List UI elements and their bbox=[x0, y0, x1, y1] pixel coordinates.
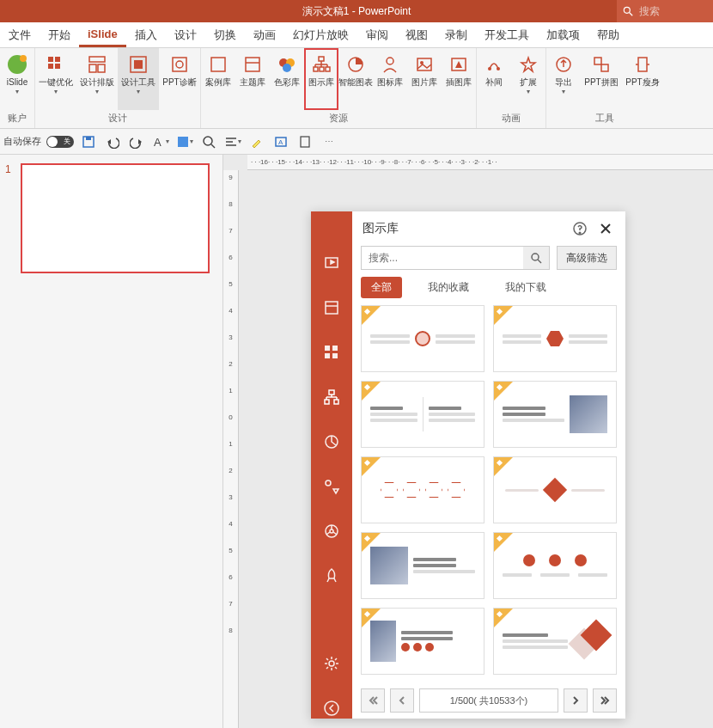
star-icon bbox=[517, 53, 539, 76]
template-card[interactable] bbox=[493, 608, 617, 675]
tween-button[interactable]: 补间 bbox=[477, 48, 511, 110]
align-button[interactable]: ▾ bbox=[223, 132, 242, 151]
tab-islide[interactable]: iSlide bbox=[79, 22, 126, 47]
template-card[interactable] bbox=[361, 608, 484, 675]
side-colors-icon[interactable] bbox=[321, 342, 342, 363]
tab-help[interactable]: 帮助 bbox=[588, 22, 628, 47]
svg-rect-7 bbox=[55, 64, 60, 69]
autosave-label: 自动保存 bbox=[3, 135, 41, 148]
svg-text:A: A bbox=[154, 136, 161, 149]
side-shapes-icon[interactable] bbox=[321, 476, 342, 497]
document-icon bbox=[298, 135, 312, 149]
tab-transition[interactable]: 切换 bbox=[205, 22, 245, 47]
chevron-down-icon: ▾ bbox=[95, 88, 99, 95]
tab-home[interactable]: 开始 bbox=[40, 22, 79, 47]
lib-tab-downloads[interactable]: 我的下载 bbox=[495, 277, 557, 298]
undo-button[interactable] bbox=[103, 132, 122, 151]
tab-file[interactable]: 文件 bbox=[0, 22, 40, 47]
design-tools-button[interactable]: 设计工具 ▾ bbox=[118, 48, 159, 110]
smart-chart-button[interactable]: 智能图表 bbox=[338, 48, 373, 110]
svg-rect-15 bbox=[211, 58, 225, 71]
new-doc-button[interactable] bbox=[296, 132, 314, 151]
svg-rect-22 bbox=[314, 67, 318, 71]
template-card[interactable] bbox=[493, 456, 617, 523]
save-button[interactable] bbox=[79, 132, 98, 151]
tab-record[interactable]: 录制 bbox=[436, 22, 476, 47]
case-lib-button[interactable]: 案例库 bbox=[201, 48, 235, 110]
side-case-icon[interactable] bbox=[321, 253, 342, 273]
side-rocket-icon[interactable] bbox=[321, 566, 342, 586]
svg-point-3 bbox=[20, 55, 27, 62]
tab-slideshow[interactable]: 幻灯片放映 bbox=[284, 22, 357, 47]
prev-page-button[interactable] bbox=[390, 688, 414, 713]
vector-lib-button[interactable]: 插图库 bbox=[442, 48, 476, 110]
ribbon: iSlide ▾ 账户 一键优化 ▾ 设计排版 ▾ 设计工具 ▾ bbox=[0, 48, 713, 129]
theme-lib-button[interactable]: 主题库 bbox=[235, 48, 270, 110]
library-search-input[interactable] bbox=[362, 252, 523, 264]
page-info: 1 / 500 ( 共 10533 个) bbox=[419, 688, 558, 713]
library-search-button[interactable] bbox=[523, 247, 549, 269]
color-lib-button[interactable]: 色彩库 bbox=[270, 48, 304, 110]
tab-addins[interactable]: 加载项 bbox=[538, 22, 588, 47]
template-card[interactable] bbox=[361, 305, 484, 372]
icon-lib-button[interactable]: 图标库 bbox=[373, 48, 407, 110]
ppt-merge-button[interactable]: PPT拼图 bbox=[581, 48, 622, 110]
template-card[interactable] bbox=[493, 305, 617, 372]
last-page-button[interactable] bbox=[593, 688, 617, 713]
side-chart-icon[interactable] bbox=[321, 431, 342, 452]
global-search-input[interactable] bbox=[639, 5, 699, 17]
library-search[interactable] bbox=[361, 246, 550, 270]
side-theme-icon[interactable] bbox=[321, 297, 342, 318]
template-card[interactable] bbox=[361, 381, 484, 448]
more-button[interactable]: ⋯ bbox=[320, 132, 338, 151]
islide-button[interactable]: iSlide ▾ bbox=[0, 48, 34, 110]
export-button[interactable]: 导出▾ bbox=[546, 48, 581, 110]
svg-rect-61 bbox=[326, 302, 338, 314]
ppt-slim-button[interactable]: PPT瘦身 bbox=[622, 48, 663, 110]
tab-devtools[interactable]: 开发工具 bbox=[476, 22, 538, 47]
illustration-lib-button[interactable]: 图示库 bbox=[304, 48, 338, 110]
highlighter-button[interactable] bbox=[247, 132, 266, 151]
slide-thumbnail-1[interactable] bbox=[21, 163, 210, 273]
autosave-toggle[interactable]: 关 bbox=[46, 136, 74, 148]
shape-button[interactable]: ▾ bbox=[175, 132, 194, 151]
shape-icon bbox=[176, 135, 190, 149]
redo-button[interactable] bbox=[127, 132, 146, 151]
svg-marker-35 bbox=[455, 61, 462, 68]
advanced-filter-button[interactable]: 高级筛选 bbox=[557, 246, 617, 270]
lib-tab-all[interactable]: 全部 bbox=[361, 277, 402, 298]
global-search[interactable] bbox=[617, 0, 713, 22]
textbox-button[interactable]: A bbox=[271, 132, 290, 151]
ribbon-group-account: iSlide ▾ 账户 bbox=[0, 48, 35, 128]
help-button[interactable] bbox=[570, 219, 589, 238]
extend-button[interactable]: 扩展▾ bbox=[511, 48, 545, 110]
layout-button[interactable]: 设计排版 ▾ bbox=[76, 48, 118, 110]
zoom-button[interactable] bbox=[199, 132, 218, 151]
close-button[interactable] bbox=[596, 219, 615, 238]
pic-lib-button[interactable]: 图片库 bbox=[407, 48, 442, 110]
undo-icon bbox=[106, 135, 119, 149]
template-card[interactable] bbox=[493, 381, 617, 448]
svg-point-78 bbox=[330, 529, 333, 533]
side-back-icon[interactable] bbox=[321, 698, 342, 719]
svg-rect-67 bbox=[329, 390, 334, 395]
side-illustration-icon[interactable] bbox=[321, 387, 342, 407]
lib-tab-fav[interactable]: 我的收藏 bbox=[417, 277, 479, 298]
tab-insert[interactable]: 插入 bbox=[126, 22, 166, 47]
tab-design[interactable]: 设计 bbox=[166, 22, 205, 47]
side-settings-icon[interactable] bbox=[321, 653, 342, 674]
ppt-diagnose-button[interactable]: PPT诊断 bbox=[159, 48, 200, 110]
template-card[interactable] bbox=[361, 532, 484, 599]
side-steering-icon[interactable] bbox=[321, 521, 342, 541]
template-card[interactable] bbox=[493, 532, 617, 599]
font-button[interactable]: A▾ bbox=[151, 132, 170, 151]
optimize-button[interactable]: 一键优化 ▾ bbox=[35, 48, 76, 110]
template-card[interactable] bbox=[361, 456, 484, 523]
tab-view[interactable]: 视图 bbox=[397, 22, 436, 47]
last-icon bbox=[600, 695, 610, 706]
tab-animation[interactable]: 动画 bbox=[245, 22, 284, 47]
first-page-button[interactable] bbox=[361, 688, 385, 713]
ribbon-group-resources: 案例库 主题库 色彩库 图示库 智能图表 图标库 图片库 插图库 资源 bbox=[201, 48, 477, 128]
tab-review[interactable]: 审阅 bbox=[357, 22, 397, 47]
next-page-button[interactable] bbox=[564, 688, 588, 713]
